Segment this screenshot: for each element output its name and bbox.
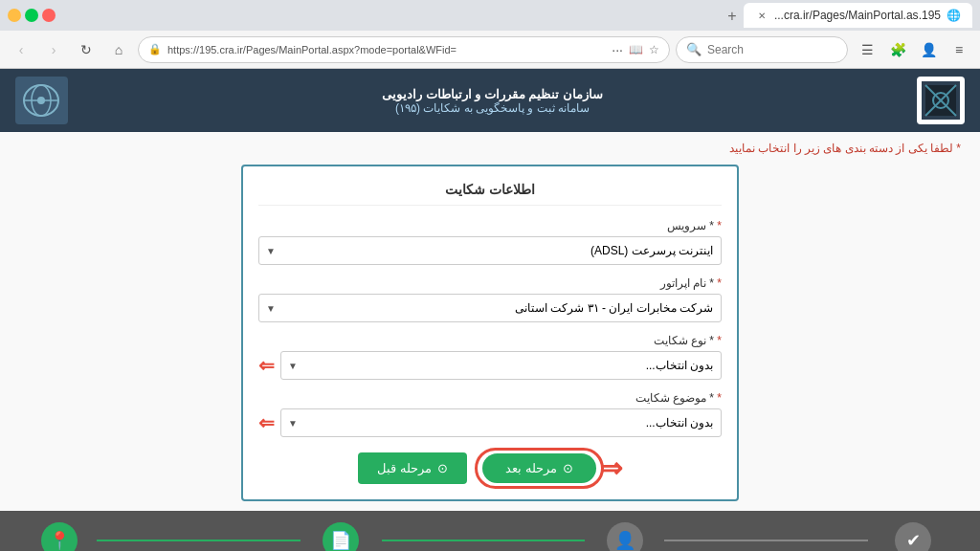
system-name: سامانه ثبت و پاسخگویی به شکایات (۱۹۵) bbox=[382, 101, 603, 115]
home-button[interactable]: ⌂ bbox=[105, 36, 132, 63]
window-controls bbox=[8, 9, 56, 22]
form-card: اطلاعات شکایت * * سرویس اینترنت پرسرعت (… bbox=[241, 165, 739, 501]
step-service-location-icon: 📍 bbox=[41, 522, 78, 551]
maximize-button[interactable] bbox=[25, 9, 38, 22]
bookmarks-icon[interactable]: ☰ bbox=[854, 36, 880, 63]
complaint-type-label: * * نوع شکایت bbox=[258, 334, 722, 347]
back-button[interactable]: ‹ bbox=[8, 36, 34, 63]
complaint-subject-select[interactable]: بدون انتخاب... bbox=[280, 408, 722, 437]
step-line-1 bbox=[97, 540, 301, 541]
next-icon: ⊙ bbox=[563, 461, 573, 475]
next-red-arrow: ⇒ bbox=[600, 452, 622, 484]
close-button[interactable] bbox=[42, 9, 56, 22]
step-tracking-code-icon: ✔ bbox=[895, 522, 931, 551]
new-tab-button[interactable]: + bbox=[721, 5, 744, 28]
svg-point-8 bbox=[37, 97, 45, 104]
step-contact-info-icon: 👤 bbox=[607, 522, 643, 551]
org-name: سازمان تنظیم مقررات و ارتباطات رادیویی bbox=[382, 87, 603, 101]
forward-button[interactable]: › bbox=[40, 36, 67, 63]
step-line-2 bbox=[382, 540, 586, 541]
step-complaint-subject: 📄 موضوع شکایت bbox=[308, 522, 374, 551]
button-row: ⇒ ⊙ مرحله بعد ⊙ مرحله قبل bbox=[258, 452, 722, 484]
address-menu-button[interactable]: ··· bbox=[612, 42, 623, 57]
complaint-subject-label: * * موضوع شکایت bbox=[258, 391, 722, 405]
navigation-bar: ‹ › ↻ ⌂ 🔒 https://195.cra.ir/Pages/MainP… bbox=[0, 31, 980, 69]
minimize-button[interactable] bbox=[8, 9, 21, 22]
header-logo-area bbox=[917, 77, 965, 124]
step-tracking-code: ✔ دریافت کد پیگیری bbox=[876, 522, 951, 551]
tab-favicon: 🌐 bbox=[947, 9, 961, 22]
next-label: مرحله بعد bbox=[505, 461, 557, 475]
operator-group: * * نام اپراتور شرکت مخابرات ایران - ۳۱ … bbox=[258, 276, 722, 322]
address-bar[interactable]: 🔒 https://195.cra.ir/Pages/MainPortal.as… bbox=[138, 36, 670, 63]
service-select-wrapper: اینترنت پرسرعت (ADSL) bbox=[258, 236, 722, 265]
complaint-type-row: بدون انتخاب... ⇐ bbox=[258, 351, 722, 380]
footer-steps: ✔ دریافت کد پیگیری 👤 اطلاعات تماس 📄 موضو… bbox=[0, 511, 980, 551]
complaint-type-group: * * نوع شکایت بدون انتخاب... ⇐ bbox=[258, 334, 722, 380]
complaint-subject-group: * * موضوع شکایت بدون انتخاب... ⇐ bbox=[258, 391, 722, 437]
complaint-subject-select-wrapper: بدون انتخاب... bbox=[280, 408, 722, 437]
address-text: https://195.cra.ir/Pages/MainPortal.aspx… bbox=[167, 44, 606, 55]
extensions-icon[interactable]: 🧩 bbox=[884, 36, 911, 63]
header-text: سازمان تنظیم مقررات و ارتباطات رادیویی س… bbox=[382, 87, 603, 115]
complaint-subject-row: بدون انتخاب... ⇐ bbox=[258, 408, 722, 437]
service-label: * * سرویس bbox=[258, 219, 722, 232]
complaint-type-select[interactable]: بدون انتخاب... bbox=[280, 351, 722, 380]
user-profile-icon[interactable]: 👤 bbox=[915, 36, 942, 63]
next-button-container: ⇒ ⊙ مرحله بعد bbox=[482, 452, 622, 484]
complaint-type-arrow: ⇐ bbox=[258, 354, 275, 377]
form-title: اطلاعات شکایت bbox=[258, 182, 722, 206]
search-bar[interactable]: 🔍 bbox=[676, 36, 848, 63]
header-right-logo bbox=[15, 77, 68, 124]
search-icon: 🔍 bbox=[686, 42, 702, 56]
step-complaint-subject-icon: 📄 bbox=[323, 522, 359, 551]
operator-label: * * نام اپراتور bbox=[258, 276, 722, 290]
service-group: * * سرویس اینترنت پرسرعت (ADSL) bbox=[258, 219, 722, 265]
prev-label: مرحله قبل bbox=[377, 461, 432, 475]
bookmark-icon[interactable]: ☆ bbox=[649, 43, 659, 56]
step-line-3 bbox=[664, 540, 868, 541]
prev-button[interactable]: ⊙ مرحله قبل bbox=[358, 452, 467, 484]
browser-tab[interactable]: 🌐 195.cra.ir/Pages/MainPortal.as... ✕ bbox=[744, 3, 972, 28]
operator-select[interactable]: شرکت مخابرات ایران - ۳۱ شرکت استانی bbox=[258, 294, 722, 322]
complaint-type-select-wrapper: بدون انتخاب... bbox=[280, 351, 722, 380]
step-service-location: 📍 مکان سرویس bbox=[29, 522, 89, 551]
instruction-text: * لطفا یکی از دسته بندی های زیر را انتخا… bbox=[19, 142, 961, 155]
step-contact-info: 👤 اطلاعات تماس bbox=[592, 522, 657, 551]
next-button[interactable]: ⊙ مرحله بعد bbox=[482, 453, 596, 483]
title-bar: 🌐 195.cra.ir/Pages/MainPortal.as... ✕ + bbox=[0, 0, 980, 31]
tab-close-button[interactable]: ✕ bbox=[755, 9, 768, 22]
site-header: سازمان تنظیم مقررات و ارتباطات رادیویی س… bbox=[0, 69, 980, 132]
main-area: * لطفا یکی از دسته بندی های زیر را انتخا… bbox=[0, 132, 980, 511]
prev-icon: ⊙ bbox=[437, 461, 448, 475]
reader-mode-icon: 📖 bbox=[629, 43, 643, 56]
menu-button[interactable]: ≡ bbox=[946, 36, 972, 63]
ssl-lock-icon: 🔒 bbox=[148, 43, 162, 55]
page-content: سازمان تنظیم مقررات و ارتباطات رادیویی س… bbox=[0, 69, 980, 551]
refresh-button[interactable]: ↻ bbox=[73, 36, 100, 63]
search-input[interactable] bbox=[707, 43, 837, 56]
org-logo bbox=[917, 77, 965, 124]
operator-select-wrapper: شرکت مخابرات ایران - ۳۱ شرکت استانی bbox=[258, 294, 722, 322]
tab-title: 195.cra.ir/Pages/MainPortal.as... bbox=[774, 9, 941, 22]
complaint-subject-arrow: ⇐ bbox=[258, 411, 275, 434]
service-select[interactable]: اینترنت پرسرعت (ADSL) bbox=[258, 236, 722, 265]
